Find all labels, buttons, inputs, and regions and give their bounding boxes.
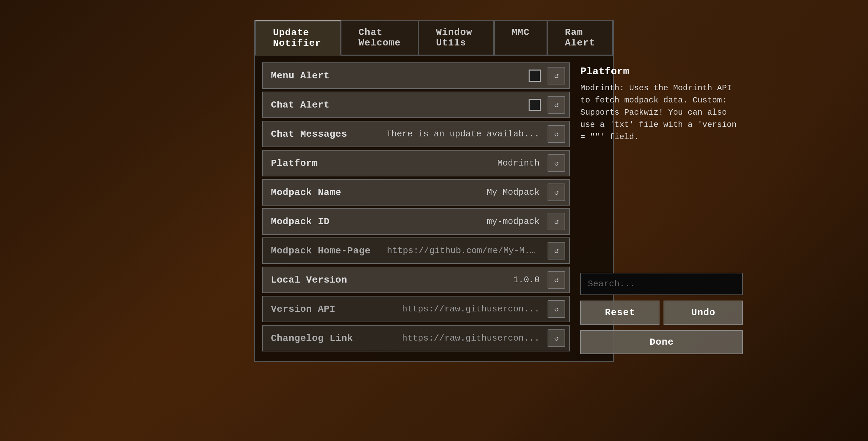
menu-alert-label: Menu Alert: [263, 71, 378, 81]
setting-row-modpack-id[interactable]: Modpack ID my-modpack ↺: [262, 208, 570, 235]
setting-row-chat-messages[interactable]: Chat Messages There is an update availab…: [262, 121, 570, 147]
platform-label: Platform: [263, 158, 378, 169]
setting-row-menu-alert[interactable]: Menu Alert ↺: [262, 62, 570, 89]
chat-alert-checkbox[interactable]: [529, 99, 541, 111]
version-api-value: https://raw.githusercon...: [378, 304, 548, 314]
modpack-homepage-label: Modpack Home-Page: [263, 246, 379, 256]
local-version-label: Local Version: [263, 275, 378, 285]
tab-update-notifier[interactable]: Update Notifier: [255, 20, 341, 56]
chat-alert-label: Chat Alert: [263, 100, 378, 110]
tab-chat-welcome[interactable]: Chat Welcome: [341, 20, 418, 55]
menu-alert-checkbox[interactable]: [529, 70, 541, 82]
tab-window-utils[interactable]: Window Utils: [418, 20, 494, 55]
chat-alert-reset[interactable]: ↺: [548, 96, 565, 114]
undo-button[interactable]: Undo: [664, 301, 743, 325]
chat-messages-label: Chat Messages: [263, 129, 378, 139]
tab-bar: Update Notifier Chat Welcome Window Util…: [255, 20, 613, 56]
changelog-link-reset[interactable]: ↺: [548, 329, 565, 347]
chat-alert-checkbox-container: [378, 99, 548, 111]
description-text: Modrinth: Uses the Modrinth API to fetch…: [580, 82, 743, 143]
modpack-name-value: My Modpack: [378, 187, 548, 197]
setting-row-modpack-homepage[interactable]: Modpack Home-Page https://github.com/me/…: [262, 237, 570, 264]
version-api-reset[interactable]: ↺: [548, 300, 565, 318]
content-area: Menu Alert ↺ Chat Alert ↺ Chat Messages …: [255, 56, 613, 361]
reset-button[interactable]: Reset: [580, 301, 659, 325]
modpack-id-reset[interactable]: ↺: [548, 213, 565, 230]
chat-messages-value: There is an update availab...: [378, 129, 548, 139]
local-version-reset[interactable]: ↺: [548, 271, 565, 289]
modpack-homepage-reset[interactable]: ↺: [548, 242, 565, 260]
right-panel: Platform Modrinth: Uses the Modrinth API…: [580, 62, 743, 354]
chat-messages-reset[interactable]: ↺: [548, 125, 565, 143]
tab-ram-alert[interactable]: Ram Alert: [547, 20, 613, 55]
button-row-reset-undo: Reset Undo: [580, 301, 743, 325]
menu-alert-reset[interactable]: ↺: [548, 67, 565, 84]
version-api-label: Version API: [263, 304, 378, 314]
changelog-link-label: Changelog Link: [263, 333, 378, 344]
changelog-link-value: https://raw.githusercon...: [378, 333, 548, 343]
setting-row-local-version[interactable]: Local Version 1.0.0 ↺: [262, 267, 570, 293]
description-box: Platform Modrinth: Uses the Modrinth API…: [580, 62, 743, 267]
description-title: Platform: [580, 66, 743, 77]
modpack-homepage-value: https://github.com/me/My-M...: [379, 246, 548, 256]
platform-value: Modrinth: [378, 158, 548, 168]
platform-reset[interactable]: ↺: [548, 154, 565, 172]
modpack-id-label: Modpack ID: [263, 216, 378, 227]
modpack-name-label: Modpack Name: [263, 187, 378, 198]
main-container: Update Notifier Chat Welcome Window Util…: [254, 20, 614, 362]
done-button[interactable]: Done: [580, 330, 743, 354]
tab-mmc[interactable]: MMC: [494, 20, 547, 55]
modpack-id-value: my-modpack: [378, 216, 548, 227]
settings-list: Menu Alert ↺ Chat Alert ↺ Chat Messages …: [262, 62, 570, 354]
setting-row-platform[interactable]: Platform Modrinth ↺: [262, 150, 570, 176]
local-version-value: 1.0.0: [378, 275, 548, 285]
modpack-name-reset[interactable]: ↺: [548, 184, 565, 201]
setting-row-modpack-name[interactable]: Modpack Name My Modpack ↺: [262, 179, 570, 206]
setting-row-chat-alert[interactable]: Chat Alert ↺: [262, 92, 570, 118]
setting-row-version-api[interactable]: Version API https://raw.githusercon... ↺: [262, 296, 570, 322]
menu-alert-checkbox-container: [378, 70, 548, 82]
setting-row-changelog-link[interactable]: Changelog Link https://raw.githusercon..…: [262, 325, 570, 351]
search-input[interactable]: [580, 273, 743, 295]
